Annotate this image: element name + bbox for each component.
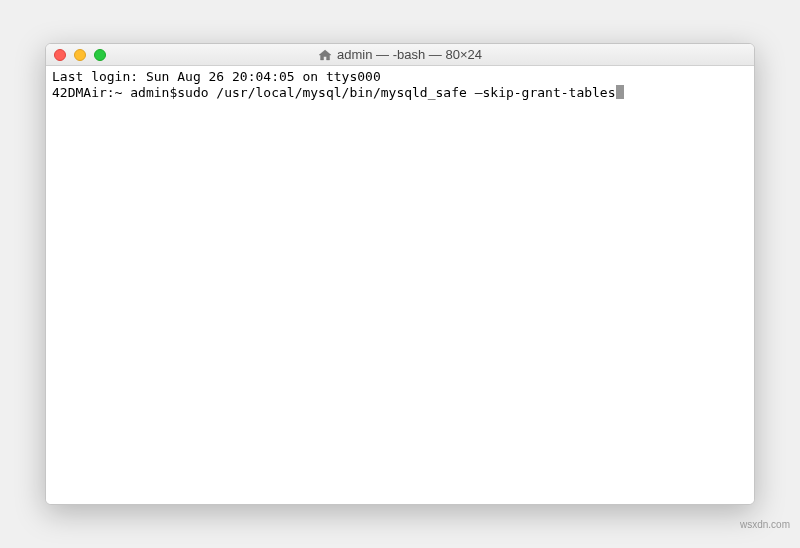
traffic-lights xyxy=(54,49,106,61)
maximize-button[interactable] xyxy=(94,49,106,61)
terminal-body[interactable]: Last login: Sun Aug 26 20:04:05 on ttys0… xyxy=(46,66,754,504)
prompt-line: 42DMAir:~ admin$ sudo /usr/local/mysql/b… xyxy=(52,85,748,101)
minimize-button[interactable] xyxy=(74,49,86,61)
terminal-window: admin — -bash — 80×24 Last login: Sun Au… xyxy=(45,43,755,505)
command-text: sudo /usr/local/mysql/bin/mysqld_safe –s… xyxy=(177,85,615,101)
shell-prompt: 42DMAir:~ admin$ xyxy=(52,85,177,101)
home-icon xyxy=(318,49,332,61)
last-login-line: Last login: Sun Aug 26 20:04:05 on ttys0… xyxy=(52,69,748,85)
window-title: admin — -bash — 80×24 xyxy=(318,47,482,62)
cursor xyxy=(616,85,624,99)
titlebar[interactable]: admin — -bash — 80×24 xyxy=(46,44,754,66)
close-button[interactable] xyxy=(54,49,66,61)
watermark: wsxdn.com xyxy=(740,519,790,530)
window-title-text: admin — -bash — 80×24 xyxy=(337,47,482,62)
